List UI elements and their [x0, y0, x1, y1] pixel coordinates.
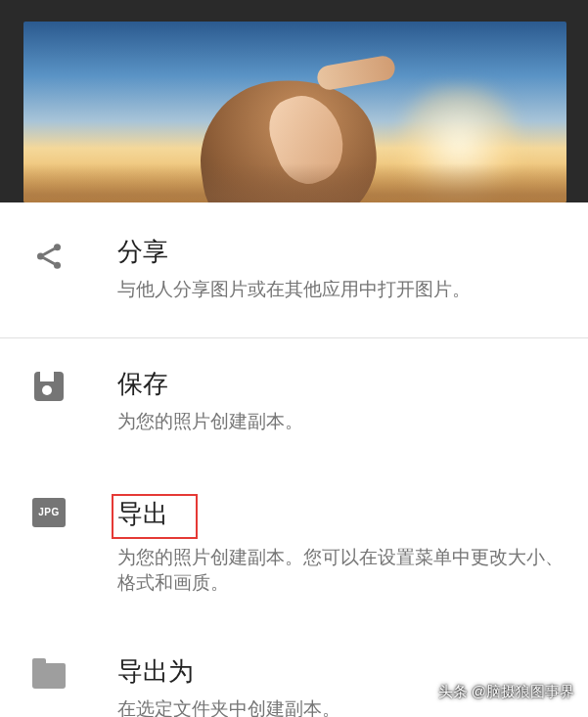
folder-icon: [27, 659, 70, 689]
export-option[interactable]: JPG 导出 为您的照片创建副本。您可以在设置菜单中更改大小、格式和画质。: [0, 465, 588, 626]
share-icon: [27, 240, 70, 273]
photo-subject: [180, 51, 395, 202]
export-as-option[interactable]: 导出为 在选定文件夹中创建副本。: [0, 626, 588, 717]
save-desc: 为您的照片创建副本。: [117, 409, 565, 435]
share-desc: 与他人分享图片或在其他应用中打开图片。: [117, 277, 565, 303]
share-option[interactable]: 分享 与他人分享图片或在其他应用中打开图片。: [0, 202, 588, 338]
jpg-icon: JPG: [27, 498, 70, 527]
watermark: 头条 @脑摄狼图事界: [438, 683, 574, 701]
export-title: 导出: [117, 498, 168, 531]
export-menu-sheet: 分享 与他人分享图片或在其他应用中打开图片。 保存 为您的照片创建副本。 JPG…: [0, 202, 588, 717]
svg-line-4: [43, 257, 54, 263]
share-title: 分享: [117, 236, 565, 269]
save-icon: [27, 372, 70, 401]
export-desc: 为您的照片创建副本。您可以在设置菜单中更改大小、格式和画质。: [117, 545, 565, 597]
save-title: 保存: [117, 368, 565, 401]
export-highlight: 导出: [112, 494, 198, 539]
svg-line-3: [43, 248, 54, 254]
photo-preview: [23, 22, 566, 202]
save-option[interactable]: 保存 为您的照片创建副本。: [0, 338, 588, 464]
